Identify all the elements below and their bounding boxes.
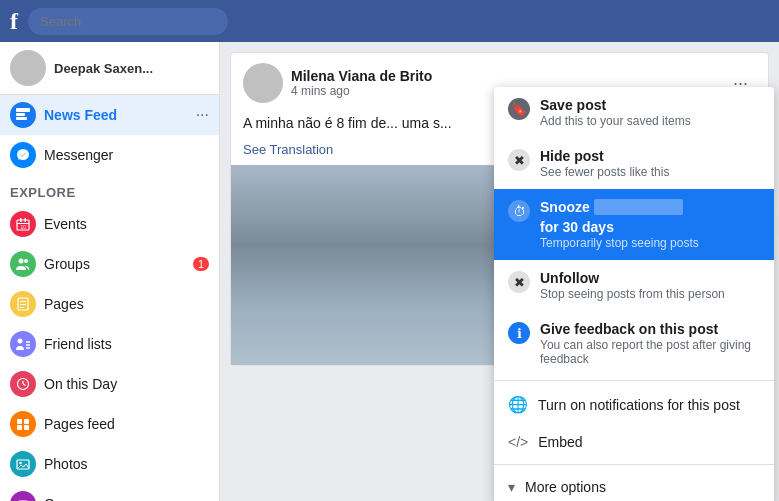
- sidebar-item-photos[interactable]: Photos: [0, 444, 219, 484]
- notifications-icon: 🌐: [508, 395, 528, 414]
- news-feed-icon: [10, 102, 36, 128]
- dropdown-divider-2: [494, 464, 774, 465]
- svg-point-27: [19, 462, 21, 464]
- sidebar-item-friend-lists[interactable]: Friend lists: [0, 324, 219, 364]
- sidebar-item-pages-feed[interactable]: Pages feed: [0, 404, 219, 444]
- explore-section-label: Explore: [0, 175, 219, 204]
- sidebar-item-messenger[interactable]: Messenger: [0, 135, 219, 175]
- svg-point-3: [17, 149, 29, 160]
- groups-label: Groups: [44, 256, 185, 272]
- dropdown-unfollow[interactable]: ✖ Unfollow Stop seeing posts from this p…: [494, 260, 774, 311]
- svg-rect-2: [16, 117, 27, 120]
- sidebar: Deepak Saxen... News Feed ··· Messenger …: [0, 42, 220, 501]
- svg-rect-1: [16, 113, 25, 116]
- pages-feed-icon: [10, 411, 36, 437]
- svg-rect-22: [17, 419, 22, 424]
- groups-badge: 1: [193, 257, 209, 271]
- sidebar-item-on-this-day[interactable]: On this Day: [0, 364, 219, 404]
- messenger-icon: [10, 142, 36, 168]
- groups-icon: [10, 251, 36, 277]
- snooze-text: Snooze ████████ for 30 days Temporarily …: [540, 199, 760, 250]
- events-label: Events: [44, 216, 209, 232]
- content-area: Milena Viana de Brito 4 mins ago ··· A m…: [220, 42, 779, 501]
- svg-line-21: [23, 384, 26, 386]
- facebook-logo: f: [10, 8, 18, 35]
- embed-icon: </>: [508, 434, 528, 450]
- svg-rect-0: [16, 108, 30, 112]
- svg-rect-5: [20, 218, 22, 222]
- messenger-label: Messenger: [44, 147, 209, 163]
- friend-lists-icon: [10, 331, 36, 357]
- bookmark-icon: 🔖: [508, 98, 530, 120]
- pages-feed-label: Pages feed: [44, 416, 209, 432]
- svg-rect-14: [20, 307, 24, 308]
- svg-rect-6: [25, 218, 27, 222]
- on-this-day-label: On this Day: [44, 376, 209, 392]
- svg-point-9: [19, 259, 24, 264]
- post-dropdown-menu: 🔖 Save post Add this to your saved items…: [494, 87, 774, 501]
- sidebar-item-pages[interactable]: Pages: [0, 284, 219, 324]
- svg-point-10: [24, 259, 28, 263]
- dropdown-notifications[interactable]: 🌐 Turn on notifications for this post: [494, 385, 774, 424]
- search-input[interactable]: [28, 8, 228, 35]
- chevron-down-icon: ▾: [508, 479, 515, 495]
- sidebar-item-events[interactable]: 10 Events: [0, 204, 219, 244]
- unfollow-icon: ✖: [508, 271, 530, 293]
- dropdown-embed[interactable]: </> Embed: [494, 424, 774, 460]
- pages-label: Pages: [44, 296, 209, 312]
- topbar: f: [0, 0, 779, 42]
- hide-icon: ✖: [508, 149, 530, 171]
- dropdown-feedback[interactable]: ℹ Give feedback on this post You can als…: [494, 311, 774, 376]
- svg-rect-12: [20, 301, 26, 302]
- snooze-icon: ⏱: [508, 200, 530, 222]
- pages-icon: [10, 291, 36, 317]
- unfollow-text: Unfollow Stop seeing posts from this per…: [540, 270, 725, 301]
- hide-post-text: Hide post See fewer posts like this: [540, 148, 669, 179]
- games-label: Games: [44, 496, 209, 501]
- dropdown-snooze[interactable]: ⏱ Snooze ████████ for 30 days Temporaril…: [494, 189, 774, 260]
- feedback-icon: ℹ: [508, 322, 530, 344]
- post-user-name: Milena Viana de Brito: [291, 68, 717, 84]
- dropdown-divider-1: [494, 380, 774, 381]
- dropdown-hide-post[interactable]: ✖ Hide post See fewer posts like this: [494, 138, 774, 189]
- sidebar-user[interactable]: Deepak Saxen...: [0, 42, 219, 95]
- news-feed-label: News Feed: [44, 107, 188, 123]
- sidebar-item-games[interactable]: Games: [0, 484, 219, 501]
- news-feed-dots[interactable]: ···: [196, 106, 209, 124]
- svg-rect-24: [17, 425, 22, 430]
- sidebar-item-news-feed[interactable]: News Feed ···: [0, 95, 219, 135]
- photos-label: Photos: [44, 456, 209, 472]
- friend-lists-label: Friend lists: [44, 336, 209, 352]
- svg-rect-25: [24, 425, 29, 430]
- games-icon: [10, 491, 36, 501]
- svg-rect-23: [24, 419, 29, 424]
- events-icon: 10: [10, 211, 36, 237]
- photos-icon: [10, 451, 36, 477]
- avatar: [10, 50, 46, 86]
- on-this-day-icon: [10, 371, 36, 397]
- sidebar-item-groups[interactable]: Groups 1: [0, 244, 219, 284]
- post-avatar: [243, 63, 283, 103]
- dropdown-more-options[interactable]: ▾ More options: [494, 469, 774, 501]
- svg-text:10: 10: [21, 224, 27, 230]
- svg-point-15: [18, 339, 23, 344]
- feedback-text: Give feedback on this post You can also …: [540, 321, 760, 366]
- dropdown-save-post[interactable]: 🔖 Save post Add this to your saved items: [494, 87, 774, 138]
- svg-rect-13: [20, 304, 26, 305]
- save-post-text: Save post Add this to your saved items: [540, 97, 691, 128]
- user-name: Deepak Saxen...: [54, 61, 153, 76]
